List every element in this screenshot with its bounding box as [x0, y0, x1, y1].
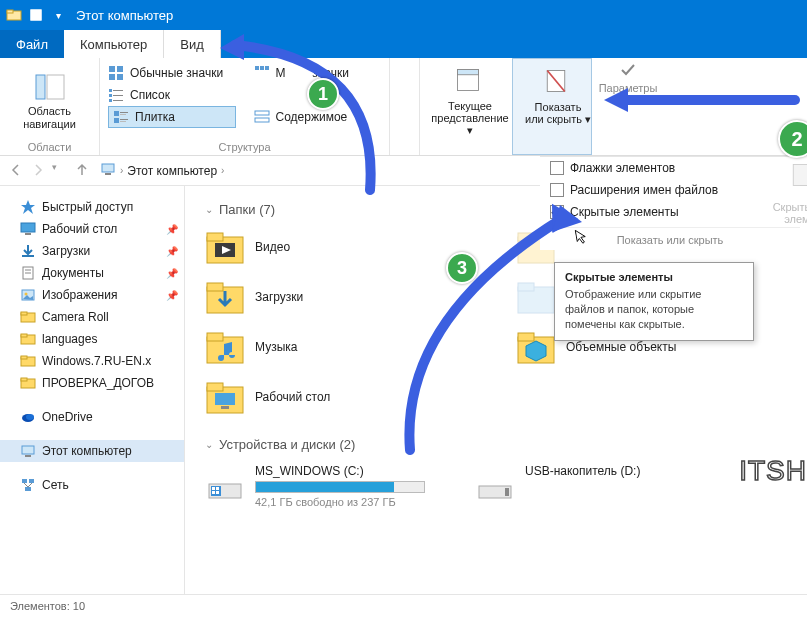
folder-video[interactable]: Видео — [205, 227, 476, 267]
svg-rect-68 — [518, 283, 534, 291]
svg-rect-9 — [109, 89, 112, 92]
icons-icon — [108, 65, 124, 81]
show-hide-button[interactable]: Показатьили скрыть ▾ — [521, 63, 595, 129]
dropdown-icon[interactable]: ▾ — [50, 7, 66, 23]
onedrive-icon — [20, 409, 36, 425]
folder-label: Видео — [255, 240, 290, 254]
svg-rect-53 — [25, 455, 31, 457]
navigation-sidebar: Быстрый доступ Рабочий стол 📌 Загрузки 📌… — [0, 186, 185, 594]
layout-row-label: Обычные значки — [130, 66, 223, 80]
current-view-label: Текущеепредставление ▾ — [430, 100, 510, 136]
history-dropdown-icon[interactable]: ▾ — [52, 162, 70, 180]
nav-pane-icon — [34, 71, 66, 103]
drive-name: USB-накопитель (D:) — [525, 464, 640, 478]
svg-rect-30 — [793, 165, 807, 186]
layout-normal-icons[interactable]: Обычные значки — [108, 62, 236, 84]
music-folder-icon — [205, 327, 245, 367]
status-text: Элементов: 10 — [10, 600, 85, 612]
forward-icon[interactable] — [30, 162, 48, 180]
checkbox-label: Флажки элементов — [570, 161, 675, 175]
svg-rect-22 — [260, 66, 264, 70]
sidebar-item-label: Сеть — [42, 478, 69, 492]
folder-icon — [516, 277, 556, 317]
layout-content[interactable]: Содержимое — [254, 106, 382, 128]
tab-computer[interactable]: Компьютер — [64, 30, 164, 58]
ribbon-group-spacer — [390, 58, 420, 155]
folder-music[interactable]: Музыка — [205, 327, 476, 367]
svg-rect-13 — [109, 99, 112, 102]
chevron-down-icon: ⌄ — [205, 204, 213, 215]
options-button[interactable]: Параметры ▾ — [592, 58, 664, 155]
drive-d[interactable]: USB-накопитель (D:) — [475, 464, 640, 508]
svg-rect-47 — [21, 356, 27, 359]
desktop-folder-icon — [205, 377, 245, 417]
drive-free-text: 42,1 ГБ свободно из 237 ГБ — [255, 496, 425, 508]
sidebar-item-label: Windows.7.RU-EN.x — [42, 354, 151, 368]
breadcrumb[interactable]: › Этот компьютер › — [100, 161, 224, 180]
properties-icon[interactable] — [28, 7, 44, 23]
checkbox-file-extensions[interactable]: Расширения имен файлов — [540, 179, 800, 201]
svg-rect-2 — [31, 10, 42, 21]
folder-icon — [20, 309, 36, 325]
svg-rect-14 — [113, 100, 123, 101]
svg-point-41 — [25, 293, 28, 296]
nav-pane-button[interactable]: Область навигации — [19, 67, 81, 133]
sidebar-camera-roll[interactable]: Camera Roll — [0, 306, 184, 328]
star-icon — [20, 199, 36, 215]
sidebar-documents[interactable]: Документы 📌 — [0, 262, 184, 284]
layout-list[interactable]: Список — [108, 84, 236, 106]
drives-section-header[interactable]: ⌄ Устройства и диски (2) — [205, 437, 787, 452]
layout-tile[interactable]: Плитка — [108, 106, 236, 128]
folder-downloads[interactable]: Загрузки — [205, 277, 476, 317]
breadcrumb-item[interactable]: Этот компьютер — [127, 164, 217, 178]
sidebar-desktop[interactable]: Рабочий стол 📌 — [0, 218, 184, 240]
sidebar-network[interactable]: Сеть — [0, 474, 184, 496]
sidebar-downloads[interactable]: Загрузки 📌 — [0, 240, 184, 262]
svg-rect-82 — [212, 491, 215, 494]
sidebar-languages[interactable]: languages — [0, 328, 184, 350]
checkbox-hidden-items[interactable]: Скрытые элементы — [540, 201, 800, 223]
sidebar-item-label: Быстрый доступ — [42, 200, 133, 214]
svg-rect-24 — [255, 111, 269, 115]
svg-rect-76 — [215, 393, 235, 405]
svg-rect-70 — [207, 333, 223, 341]
sidebar-item-label: OneDrive — [42, 410, 93, 424]
sidebar-quick-access[interactable]: Быстрый доступ — [0, 196, 184, 218]
sidebar-this-pc[interactable]: Этот компьютер — [0, 440, 184, 462]
ribbon-group-show-hide: Показатьили скрыть ▾ — [512, 58, 592, 155]
svg-rect-43 — [21, 312, 27, 315]
pin-icon: 📌 — [166, 224, 178, 235]
folder-icon — [20, 353, 36, 369]
svg-rect-18 — [114, 118, 119, 123]
pin-icon: 📌 — [166, 246, 178, 257]
options-label: Параметры — [599, 82, 658, 94]
pc-icon — [20, 443, 36, 459]
back-icon[interactable] — [8, 162, 26, 180]
pin-icon: 📌 — [166, 268, 178, 279]
sidebar-item-label: Этот компьютер — [42, 444, 132, 458]
sidebar-item-label: Изображения — [42, 288, 117, 302]
svg-rect-12 — [113, 95, 123, 96]
folder-label: Объемные объекты — [566, 340, 676, 354]
chevron-down-icon: ⌄ — [205, 439, 213, 450]
up-icon[interactable] — [74, 162, 92, 180]
folder-desktop[interactable]: Рабочий стол — [205, 377, 476, 417]
list-icon — [108, 87, 124, 103]
svg-rect-11 — [109, 94, 112, 97]
current-view-button[interactable]: Текущеепредставление ▾ — [428, 62, 512, 140]
small-icons-icon — [254, 65, 270, 81]
svg-rect-21 — [255, 66, 259, 70]
hide-selected-button[interactable]: Скрыть выбэлемен — [768, 157, 807, 225]
sidebar-item-label: ПРОВЕРКА_ДОГОВ — [42, 376, 154, 390]
usb-drive-icon — [475, 464, 515, 504]
sidebar-win7[interactable]: Windows.7.RU-EN.x — [0, 350, 184, 372]
tab-file[interactable]: Файл — [0, 30, 64, 58]
svg-rect-27 — [458, 70, 479, 75]
checkbox-item-checkboxes[interactable]: Флажки элементов — [540, 157, 800, 179]
drive-c[interactable]: MS_WINDOWS (C:) 42,1 ГБ свободно из 237 … — [205, 464, 425, 508]
sidebar-pictures[interactable]: Изображения 📌 — [0, 284, 184, 306]
sidebar-onedrive[interactable]: OneDrive — [0, 406, 184, 428]
sidebar-proverka[interactable]: ПРОВЕРКА_ДОГОВ — [0, 372, 184, 394]
section-header-label: Папки (7) — [219, 202, 275, 217]
tab-view[interactable]: Вид — [164, 30, 221, 58]
